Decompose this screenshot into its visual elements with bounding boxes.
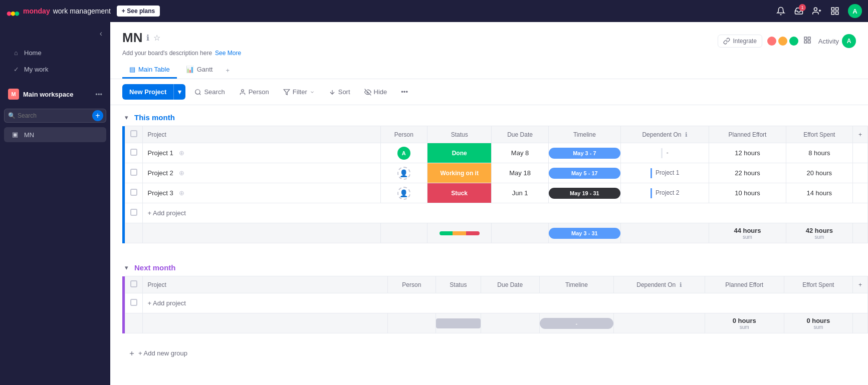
integrate-label: Integrate [733,38,756,45]
status-cell[interactable]: Working on it [427,163,492,183]
row-checkbox[interactable] [130,149,137,156]
planned-effort-cell[interactable]: 22 hours [709,163,786,183]
due-date-cell[interactable]: May 18 [492,163,549,183]
this-month-collapse-icon[interactable]: ▾ [122,114,130,122]
layout-icon[interactable] [803,36,813,46]
sidebar-collapse-button[interactable]: ‹ [95,25,107,42]
notifications-icon[interactable] [776,6,786,16]
next-month-title[interactable]: Next month [134,263,176,272]
mini-status-red [466,231,480,235]
see-more-link[interactable]: See More [215,50,241,57]
sum-planned-effort-value: 44 hours [734,227,761,234]
filter-icon [283,89,290,96]
sum-empty-date [492,223,549,243]
add-project-checkbox[interactable] [130,209,137,216]
see-plans-button[interactable]: + See plans [117,6,160,17]
home-icon: ⌂ [12,49,20,57]
status-badge-stuck: Stuck [427,183,491,203]
person-avatar-placeholder[interactable]: 👤 [397,187,410,200]
activity-button[interactable]: Activity A [818,34,856,48]
star-icon[interactable]: ☆ [153,33,160,43]
project-name-cell[interactable]: Project 1 ⊕ [142,143,380,163]
timeline-cell[interactable]: May 5 - 17 [548,163,620,183]
mini-status-orange [453,231,466,235]
person-cell[interactable]: 👤 [380,163,427,183]
sidebar-board-mn[interactable]: ▣ MN [4,127,106,142]
next-month-add-checkbox[interactable] [130,299,137,306]
project-name: Project 2 [148,169,173,177]
effort-spent-cell[interactable]: 20 hours [786,163,852,183]
color-dot-orange[interactable] [778,37,787,46]
dependent-value: Project 2 [656,189,679,196]
workspace-header[interactable]: M Main workspace ••• [0,84,110,105]
color-dot-red[interactable] [767,37,776,46]
row-checkbox[interactable] [130,189,137,196]
integrate-button[interactable]: Integrate [718,35,762,48]
effort-spent-cell[interactable]: 8 hours [786,143,852,163]
row-checkbox[interactable] [130,169,137,176]
status-badge-working: Working on it [427,163,491,183]
status-cell[interactable]: Done [427,143,492,163]
board-header: MN ℹ ☆ Add your board's description here… [110,22,868,79]
next-month-sum-effort-label: sum [784,324,852,330]
person-cell[interactable]: 👤 [380,183,427,203]
search-icon [194,89,201,96]
info-icon[interactable]: ℹ [146,33,149,43]
next-month-add-project-label-cell[interactable]: + Add project [142,293,868,313]
add-project-label-cell[interactable]: + Add project [142,203,868,223]
add-column-button[interactable]: + [853,126,868,143]
dependent-cell[interactable]: Project 2 [620,183,709,203]
add-tab-button[interactable]: + [222,63,234,78]
tab-gantt[interactable]: 📊 Gantt [179,62,220,79]
sidebar-search-input[interactable] [4,109,106,123]
next-month-add-project-row[interactable]: + Add project [122,293,868,313]
hide-button[interactable]: Hide [359,85,392,99]
next-month-add-column-button[interactable]: + [853,276,868,293]
add-new-group-button[interactable]: + Add new group [122,345,193,361]
add-person-to-project-icon[interactable]: ⊕ [179,189,184,197]
next-month-select-all-checkbox[interactable] [130,280,137,287]
add-user-icon[interactable] [812,6,822,16]
filter-button[interactable]: Filter [278,85,320,99]
new-project-dropdown-arrow[interactable]: ▾ [173,84,185,100]
status-cell[interactable]: Stuck [427,183,492,203]
tab-gantt-icon: 📊 [186,66,194,73]
new-project-button[interactable]: New Project ▾ [122,84,185,100]
effort-spent-cell[interactable]: 14 hours [786,183,852,203]
tab-main-table[interactable]: ▤ Main Table [122,62,177,79]
sum-empty-project [142,223,380,243]
filter-label: Filter [293,88,307,96]
select-all-checkbox[interactable] [130,130,137,137]
new-project-label[interactable]: New Project [122,84,173,100]
timeline-cell[interactable]: May 19 - 31 [548,183,620,203]
person-button[interactable]: Person [234,85,274,99]
dependent-cell[interactable]: Project 1 [620,163,709,183]
timeline-cell[interactable]: May 3 - 7 [548,143,620,163]
user-avatar[interactable]: A [848,4,862,18]
project-name-cell[interactable]: Project 2 ⊕ [142,163,380,183]
due-date-cell[interactable]: Jun 1 [492,183,549,203]
planned-effort-cell[interactable]: 12 hours [709,143,786,163]
this-month-title[interactable]: This month [134,113,175,122]
add-person-to-project-icon[interactable]: ⊕ [179,169,184,177]
next-month-collapse-icon[interactable]: ▾ [122,264,130,272]
workspace-options-icon[interactable]: ••• [95,91,102,98]
add-person-to-project-icon[interactable]: ⊕ [179,149,184,157]
due-date-cell[interactable]: May 8 [492,143,549,163]
search-button[interactable]: Search [189,85,230,99]
color-dot-green[interactable] [789,37,798,46]
dependent-cell[interactable]: - [620,143,709,163]
add-project-row[interactable]: + Add project [122,203,868,223]
person-cell[interactable]: A [380,143,427,163]
inbox-icon[interactable]: 1 [794,6,804,16]
sort-button[interactable]: Sort [324,85,355,99]
sidebar-item-home[interactable]: ⌂ Home [4,45,106,61]
add-board-button[interactable]: + [92,110,103,121]
apps-icon[interactable] [830,6,840,16]
person-avatar-placeholder[interactable]: 👤 [397,167,410,180]
more-options-button[interactable]: ••• [396,85,413,99]
sidebar-item-my-work[interactable]: ✓ My work [4,61,106,77]
planned-effort-cell[interactable]: 10 hours [709,183,786,203]
svg-rect-11 [808,37,810,40]
project-name-cell[interactable]: Project 3 ⊕ [142,183,380,203]
